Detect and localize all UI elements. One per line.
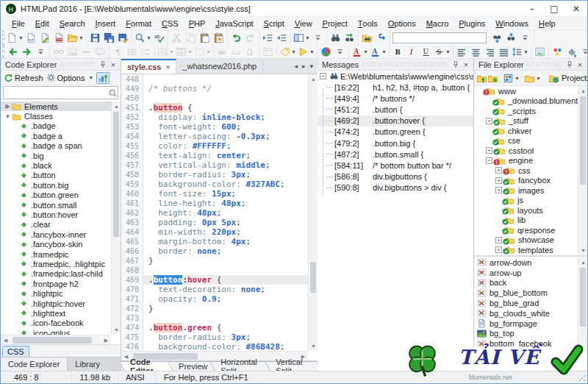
folder-item-showcase[interactable]: +showcase	[474, 235, 578, 246]
align-justify-button[interactable]	[497, 46, 511, 58]
panel-tab-code-explorer[interactable]: Code Explorer	[1, 358, 68, 371]
folder-refresh-button[interactable]	[476, 72, 487, 85]
italic-button[interactable]: I	[405, 46, 419, 58]
download-watermark[interactable]: TẢI VỀ	[404, 342, 587, 380]
menu-php[interactable]: PHP	[184, 17, 211, 29]
code-explorer-group-classes[interactable]: ▼Classes	[1, 111, 111, 121]
css-class-item[interactable]: .framedpic:last-child	[1, 269, 111, 279]
file-item-back[interactable]: back	[474, 278, 578, 288]
align-center-button[interactable]	[469, 46, 483, 58]
code-editor[interactable]: 448449/* buttons */450451.button {452 di…	[121, 74, 308, 351]
underline-button[interactable]: U	[419, 46, 433, 58]
css-class-item[interactable]: .button.green	[1, 191, 111, 200]
strike-button[interactable]: S▼	[433, 46, 451, 58]
nav-forward-button[interactable]	[20, 46, 34, 58]
menu-css[interactable]: CSS	[157, 17, 184, 29]
tab-list-icon[interactable]: ▾	[307, 63, 315, 70]
undo-button[interactable]	[229, 32, 243, 44]
file-item-bg_top[interactable]: bg_top	[474, 329, 578, 339]
collapse-icon[interactable]: −	[320, 73, 326, 79]
folder-projects-button[interactable]: Projects	[545, 72, 588, 85]
css-class-item[interactable]: .badge a span	[1, 141, 111, 151]
overflow-button[interactable]	[311, 32, 325, 44]
pin-icon[interactable]	[451, 60, 461, 69]
menu-script[interactable]: Script	[259, 17, 290, 29]
pin-icon[interactable]	[564, 60, 575, 69]
view-tab-vertical-split[interactable]: Vertical Split	[270, 361, 322, 371]
menu-search[interactable]: Search	[54, 17, 90, 29]
folder-item-chkver[interactable]: chkver	[474, 126, 578, 136]
folder-item-_scripts[interactable]: _scripts	[474, 106, 578, 116]
file-item-arrow-down[interactable]: arrow-down	[474, 257, 578, 268]
message-item[interactable]: [474:2].button.green {	[318, 127, 473, 138]
code-explorer-hscrollbar[interactable]: ◀▶	[1, 335, 111, 344]
css-class-item[interactable]: .icon-facebook	[1, 319, 111, 328]
panel-tab-library[interactable]: Library	[68, 358, 107, 371]
menu-javascript[interactable]: JavaScript	[210, 17, 258, 29]
css-class-item[interactable]: .hlighttext	[1, 308, 111, 318]
maximize-button[interactable]: □	[543, 1, 565, 16]
editor-tab-_whatsnew2016.php[interactable]: _whatsnew2016.php	[176, 59, 263, 74]
line-spacing-button[interactable]: ▼	[511, 46, 529, 58]
message-item[interactable]: [584:11]/* bottom button bar */	[318, 160, 473, 171]
options-button[interactable]: Options	[57, 74, 85, 82]
folder-item-css[interactable]: +css	[474, 166, 578, 176]
folder-item-_download.blumentals.net[interactable]: _download.blumentals.net	[474, 96, 578, 107]
css-class-item[interactable]: .big	[1, 151, 111, 160]
close-panel-icon[interactable]: ×	[461, 60, 471, 69]
message-item[interactable]: [590:8]div.bigbuttons > div {	[318, 182, 473, 193]
css-class-item[interactable]: .fancybox-skin	[1, 239, 111, 249]
nav-back-button[interactable]	[6, 46, 20, 58]
paste-button[interactable]	[198, 32, 212, 44]
close-panel-icon[interactable]: ×	[108, 60, 118, 69]
save-button[interactable]	[88, 32, 102, 44]
pin-icon[interactable]	[98, 60, 108, 69]
collapse-icon[interactable]: −	[486, 157, 492, 164]
find-replace-button[interactable]	[343, 32, 356, 44]
paste-format-button[interactable]	[212, 32, 226, 44]
save-special-button[interactable]	[116, 32, 130, 44]
new-page-button[interactable]: ▼	[6, 32, 24, 44]
expand-icon[interactable]: +	[486, 147, 492, 154]
folder-open-button[interactable]: ▼	[66, 32, 85, 44]
quick-search-combo[interactable]: ▼	[392, 32, 487, 43]
file-item-bg_blue_grad[interactable]: bg_blue_grad	[474, 298, 578, 308]
css-class-item[interactable]: .icon-gplus	[1, 328, 111, 335]
options-dropdown-arrow-icon[interactable]: ▼	[88, 75, 93, 80]
tab-scroll-right-icon[interactable]: ▸	[300, 63, 308, 70]
expand-icon[interactable]: +	[495, 237, 502, 243]
menu-plugins[interactable]: Plugins	[453, 17, 490, 29]
menu-insert[interactable]: Insert	[90, 17, 121, 29]
css-class-item[interactable]: .badge a	[1, 131, 111, 141]
page-pdf-button[interactable]: PDF	[52, 32, 66, 44]
overflow-button[interactable]	[578, 46, 587, 58]
save-all-button[interactable]	[102, 32, 116, 44]
code-explorer-vscrollbar[interactable]: ▲▼	[111, 102, 121, 335]
menu-project[interactable]: Project	[318, 17, 353, 29]
font-highlight-button[interactable]: A▼	[369, 46, 387, 58]
folder-item-qresponse[interactable]: qresponse	[474, 225, 578, 235]
file-explorer-tree-vscrollbar[interactable]: ▲▼	[578, 86, 587, 255]
css-class-item[interactable]: .hlightpic	[1, 288, 111, 298]
script-tag-button[interactable]: ▼	[297, 46, 315, 58]
folder-item-images[interactable]: +images	[474, 185, 578, 196]
indent-button[interactable]	[275, 32, 289, 44]
message-item[interactable]: [479:2].button.big {	[318, 138, 473, 149]
folder-button[interactable]: ▼	[524, 72, 541, 85]
expand-icon[interactable]: +	[495, 187, 502, 193]
message-item[interactable]: [487:2].button.small {	[318, 149, 473, 160]
css-class-item[interactable]: .clear	[1, 220, 111, 230]
menu-help[interactable]: Help	[534, 17, 561, 29]
split-pane-button[interactable]: ▼	[293, 32, 311, 44]
code-explorer-group-elements[interactable]: ▶Elements	[1, 102, 111, 111]
css-class-item[interactable]: .badge	[1, 121, 111, 131]
color-wheel-button[interactable]	[319, 46, 333, 58]
font-color-button[interactable]: A▼	[351, 46, 369, 58]
sort-members-toggle[interactable]	[96, 72, 110, 84]
folder-item-www[interactable]: www	[474, 86, 578, 96]
file-item-bg_clouds_white[interactable]: bg_clouds_white	[474, 308, 578, 319]
menu-macro[interactable]: Macro	[421, 17, 454, 29]
tab-scroll-left-icon[interactable]: ◂	[292, 63, 300, 70]
expand-icon[interactable]: +	[486, 118, 492, 124]
message-item[interactable]: [469:2].button:hover {	[318, 115, 473, 127]
